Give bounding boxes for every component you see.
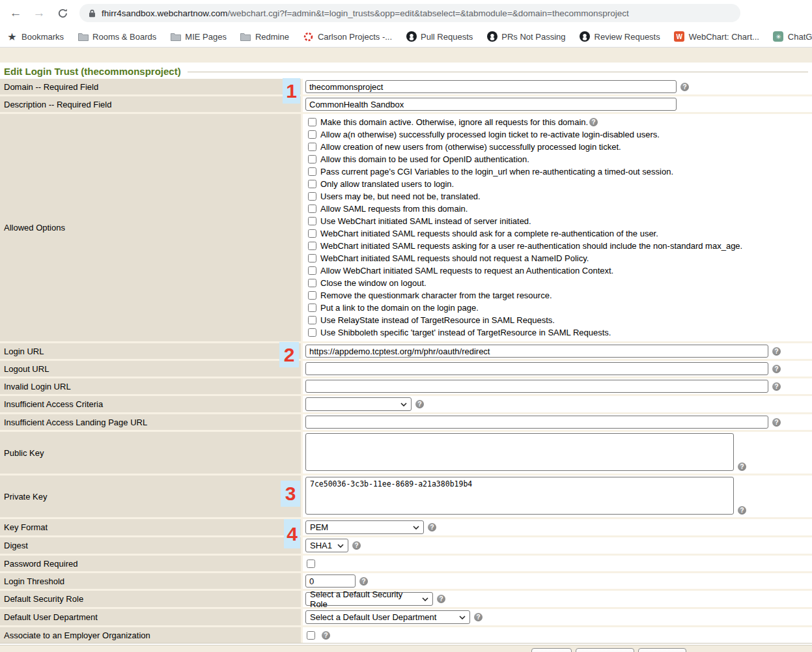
- allowed-option-label: WebChart initiated SAML requests should …: [320, 253, 589, 263]
- back-icon[interactable]: ←: [8, 6, 23, 20]
- allowed-option-checkbox[interactable]: [308, 155, 316, 163]
- private-key-label: Private Key: [0, 475, 301, 517]
- help-icon[interactable]: ?: [359, 577, 368, 586]
- help-icon[interactable]: ?: [772, 347, 781, 356]
- bookmark-bookmarks[interactable]: ★Bookmarks: [7, 31, 64, 42]
- password-required-label: Password Required: [0, 556, 301, 571]
- allowed-option-checkbox[interactable]: [308, 304, 316, 312]
- bookmark-prs-not-passing[interactable]: PRs Not Passing: [486, 31, 565, 42]
- allowed-option-checkbox[interactable]: [308, 328, 316, 337]
- login-url-label: Login URL: [0, 343, 301, 359]
- row-login-threshold: Login Threshold ?: [0, 573, 812, 589]
- invalid-login-url-label: Invalid Login URL: [0, 378, 301, 394]
- allowed-option-checkbox[interactable]: [308, 192, 316, 201]
- allowed-option-checkbox[interactable]: [308, 217, 316, 225]
- reload-icon[interactable]: [55, 8, 70, 19]
- allowed-option-checkbox[interactable]: [308, 130, 316, 139]
- help-icon[interactable]: ?: [738, 462, 746, 471]
- bookmark-label: PRs Not Passing: [501, 32, 565, 42]
- allowed-option-checkbox[interactable]: [308, 180, 316, 188]
- submit-button[interactable]: Submit: [531, 648, 572, 652]
- chatgpt-icon: ✳: [773, 31, 784, 42]
- help-icon[interactable]: ?: [772, 418, 781, 427]
- bookmark-chatgpt[interactable]: ✳ChatGPT: [773, 31, 812, 42]
- star-icon: ★: [7, 31, 18, 42]
- row-digest: Digest SHA1 ?: [0, 537, 812, 554]
- allowed-option-checkbox[interactable]: [308, 279, 316, 287]
- logout-url-input[interactable]: [305, 362, 768, 375]
- bookmark-rooms-boards[interactable]: Rooms & Boards: [77, 31, 156, 42]
- description-input[interactable]: [305, 98, 677, 111]
- fieldset-legend-row: Edit Login Trust (thecommonsproject): [0, 63, 812, 79]
- allowed-option-checkbox[interactable]: [308, 242, 316, 250]
- bookmark-redmine[interactable]: Redmine: [240, 31, 289, 42]
- digest-select[interactable]: SHA1: [305, 539, 348, 552]
- folder-icon: [240, 31, 251, 42]
- login-url-input[interactable]: [305, 345, 768, 358]
- help-icon[interactable]: ?: [680, 83, 689, 91]
- allowed-option-checkbox[interactable]: [308, 316, 316, 324]
- insufficient-access-criteria-select[interactable]: [305, 397, 412, 411]
- bookmark-webchart-chart-[interactable]: WWebChart: Chart...: [674, 31, 759, 42]
- allowed-option: Allow SAML requests from this domain.: [307, 203, 809, 215]
- help-icon[interactable]: ?: [437, 595, 445, 603]
- invalid-login-url-input[interactable]: [305, 380, 768, 393]
- allowed-option-checkbox[interactable]: [308, 266, 316, 275]
- allowed-option-checkbox[interactable]: [308, 229, 316, 238]
- key-format-select[interactable]: PEM: [305, 520, 424, 534]
- row-key-format: Key Format PEM ? 4: [0, 519, 812, 535]
- login-threshold-label: Login Threshold: [0, 573, 301, 589]
- bookmark-review-requests[interactable]: Review Requests: [580, 31, 660, 42]
- public-key-textarea[interactable]: [305, 433, 734, 471]
- help-icon[interactable]: ?: [352, 541, 361, 550]
- allowed-option-checkbox[interactable]: [308, 118, 316, 126]
- allowed-option-checkbox[interactable]: [308, 143, 316, 151]
- lock-icon[interactable]: [89, 9, 96, 18]
- login-threshold-input[interactable]: [305, 574, 356, 588]
- password-required-checkbox[interactable]: [307, 560, 315, 568]
- login-trust-form: Domain -- Required Field ? 1 Description…: [0, 79, 812, 644]
- help-icon[interactable]: ?: [589, 118, 598, 126]
- allowed-option: WebChart initiated SAML requests should …: [307, 252, 809, 264]
- private-key-textarea[interactable]: 7ce50036-3c3b-11ee-8689-a21a380b19b4: [305, 477, 734, 515]
- annotation-3: 3: [281, 481, 300, 507]
- associate-employer-org-checkbox[interactable]: [307, 631, 315, 640]
- view-list-button[interactable]: View List: [638, 648, 686, 652]
- allowed-option-label: Allow SAML requests from this domain.: [320, 204, 468, 214]
- bookmark-carlson-projects-[interactable]: Carlson Projects -...: [303, 31, 392, 42]
- allowed-option-checkbox[interactable]: [308, 167, 316, 176]
- reset-form-button[interactable]: Reset Form: [576, 648, 634, 652]
- description-label: Description -- Required Field: [0, 96, 301, 112]
- help-icon[interactable]: ?: [772, 365, 781, 373]
- url-domain: fhirr4sandbox.webchartnow.com: [102, 8, 228, 18]
- bookmark-label: ChatGPT: [788, 32, 812, 42]
- help-icon[interactable]: ?: [772, 382, 781, 391]
- allowed-option-checkbox[interactable]: [308, 291, 316, 300]
- help-icon[interactable]: ?: [474, 613, 483, 621]
- allowed-option-checkbox[interactable]: [308, 205, 316, 213]
- default-security-role-select[interactable]: Select a Default Security Role: [305, 592, 433, 606]
- row-allowed-options: Allowed Options Make this domain active.…: [0, 114, 812, 341]
- browser-toolbar: ← → fhirr4sandbox.webchartnow.com/webcha…: [0, 0, 812, 26]
- url-path: /webchart.cgi?f=admin&t=login_trusts&opp…: [228, 8, 629, 18]
- bookmark-mie-pages[interactable]: MIE Pages: [170, 31, 227, 42]
- allowed-option: Allow a(n otherwise) successfully proces…: [307, 128, 809, 141]
- insufficient-access-landing-input[interactable]: [305, 416, 768, 429]
- default-user-department-select[interactable]: Select a Default User Department: [305, 610, 470, 624]
- forward-icon[interactable]: →: [31, 6, 47, 20]
- help-icon[interactable]: ?: [322, 631, 330, 640]
- allowed-option-label: Use WebChart initiated SAML instead of s…: [320, 216, 531, 226]
- allowed-option: Only allow translated users to login.: [307, 178, 809, 190]
- bookmark-pull-requests[interactable]: Pull Requests: [406, 31, 473, 42]
- allowed-option-label: Make this domain active. Otherwise, igno…: [320, 117, 588, 127]
- address-bar[interactable]: fhirr4sandbox.webchartnow.com/webchart.c…: [79, 4, 740, 22]
- help-icon[interactable]: ?: [428, 523, 436, 532]
- row-logout-url: Logout URL ?: [0, 361, 812, 376]
- help-icon[interactable]: ?: [738, 506, 746, 515]
- allowed-option-label: WebChart initiated SAML requests should …: [320, 229, 658, 238]
- allowed-option-checkbox[interactable]: [308, 254, 316, 262]
- domain-input[interactable]: [305, 80, 677, 93]
- row-invalid-login-url: Invalid Login URL ?: [0, 378, 812, 394]
- bookmark-label: Redmine: [255, 32, 289, 42]
- help-icon[interactable]: ?: [415, 400, 424, 408]
